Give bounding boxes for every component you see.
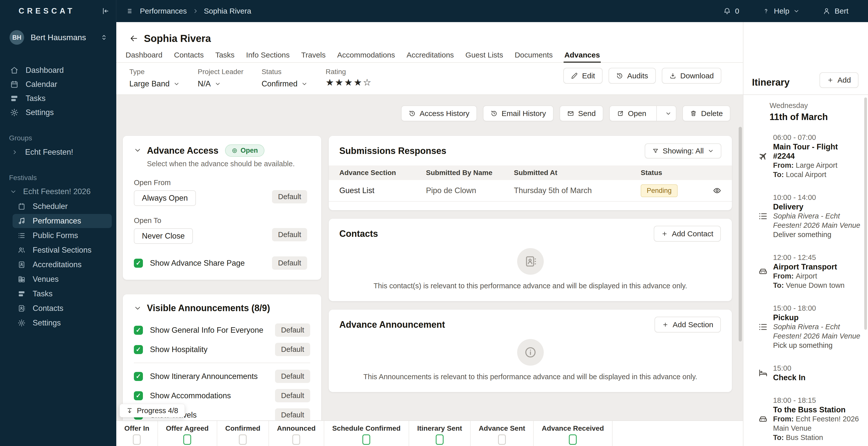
add-contact-button[interactable]: Add Contact	[654, 226, 721, 242]
itinerary-venue: Sophia Rivera - Echt Feesten! 2026 Main …	[773, 322, 861, 341]
collapse-section-icon[interactable]	[134, 147, 142, 154]
itinerary-event-title: Check In	[773, 373, 805, 382]
email-history-button[interactable]: Email History	[483, 105, 554, 121]
announcement-checkbox[interactable]	[134, 345, 143, 354]
add-section-button[interactable]: Add Section	[654, 317, 721, 332]
performance-status-bar: Offer In Offer Agreed Confirmed Announce…	[116, 420, 743, 446]
notifications-button[interactable]: 0	[723, 7, 739, 15]
breadcrumb-section[interactable]: Performances	[140, 7, 187, 15]
status-checkbox[interactable]	[436, 435, 443, 445]
itinerary-item[interactable]: 15:00 - 18:00 Pickup Sophia Rivera - Ech…	[757, 304, 861, 350]
tasks-icon	[18, 290, 26, 298]
showing-filter-dropdown[interactable]: Showing: All	[645, 144, 721, 158]
tab[interactable]: Dashboard	[125, 47, 163, 63]
user-menu[interactable]: Bert	[823, 7, 848, 15]
person-icon	[823, 7, 831, 15]
status-checkbox[interactable]	[239, 435, 247, 445]
sidebar-item[interactable]: Public Forms	[12, 228, 112, 243]
menu-icon[interactable]	[127, 7, 134, 15]
itinerary-item[interactable]: 06:00 - 07:00 Main Tour - Flight #2244 F…	[757, 133, 861, 179]
audits-button[interactable]: Audits	[609, 68, 655, 84]
sidebar-item[interactable]: Venues	[12, 272, 112, 286]
share-page-checkbox[interactable]	[134, 259, 143, 268]
status-checkbox[interactable]	[292, 435, 300, 445]
sidebar-item[interactable]: Tasks	[12, 287, 112, 301]
download-button[interactable]: Download	[662, 68, 721, 84]
tab[interactable]: Guest Lists	[465, 47, 504, 63]
tab[interactable]: Accreditations	[406, 47, 455, 63]
sidebar-item[interactable]: Calendar	[0, 77, 116, 91]
progress-button[interactable]: Progress 4/8	[120, 404, 185, 417]
itinerary-item[interactable]: 18:00 - 18:15 To the Buss Station From:E…	[757, 396, 861, 442]
announcement-checkbox[interactable]	[134, 372, 143, 381]
chevron-down-icon	[174, 81, 180, 87]
sidebar-festival-header[interactable]: Echt Feesten! 2026	[0, 185, 116, 198]
delete-button[interactable]: Delete	[682, 105, 731, 121]
type-dropdown[interactable]: Large Band	[129, 79, 180, 88]
sidebar-item[interactable]: Tasks	[0, 91, 116, 105]
tab-bar: Dashboard Contacts Tasks Info Sections T…	[116, 47, 743, 63]
plane-icon	[757, 151, 769, 161]
pencil-icon	[571, 72, 578, 79]
itinerary-scrollbar-thumb[interactable]	[864, 97, 867, 330]
tab[interactable]: Advances	[564, 47, 601, 63]
chevron-right-icon	[192, 8, 198, 14]
edit-button[interactable]: Edit	[563, 68, 602, 84]
view-submission-eye-icon[interactable]	[713, 186, 721, 195]
access-history-button[interactable]: Access History	[401, 105, 477, 121]
tab[interactable]: Info Sections	[245, 47, 290, 63]
status-checkbox[interactable]	[133, 435, 141, 445]
tab[interactable]: Accommodations	[337, 47, 396, 63]
sidebar-item[interactable]: Scheduler	[12, 199, 112, 214]
plus-icon	[662, 321, 669, 328]
status-checkbox[interactable]	[183, 435, 191, 445]
tab[interactable]: Tasks	[215, 47, 235, 63]
history-icon	[616, 72, 623, 79]
status-label: Offer In	[124, 424, 149, 433]
help-menu[interactable]: Help	[762, 7, 800, 15]
tab[interactable]: Documents	[514, 47, 554, 63]
app-logo: CRESCAT	[19, 6, 75, 15]
status-checkbox[interactable]	[498, 435, 506, 445]
sidebar-item[interactable]: Dashboard	[0, 63, 116, 77]
sidebar-item[interactable]: Accreditations	[12, 258, 112, 272]
itinerary-item[interactable]: 12:00 - 12:45 Airport Transport From:Air…	[757, 253, 861, 290]
status-checkbox[interactable]	[363, 435, 370, 445]
sidebar-item[interactable]: Performances	[12, 214, 112, 228]
itinerary-item[interactable]: 10:00 - 14:00 Delivery Sophia Rivera - E…	[757, 193, 861, 239]
back-arrow-icon[interactable]	[129, 34, 138, 43]
main-scrollbar-thumb[interactable]	[739, 127, 742, 342]
sidebar-group-echt-feesten[interactable]: Echt Feesten!	[0, 145, 116, 159]
status-dropdown[interactable]: Confirmed	[261, 79, 307, 88]
open-from-button[interactable]: Always Open	[134, 190, 196, 206]
announcement-checkbox[interactable]	[134, 326, 143, 335]
table-row[interactable]: Guest List Pipo de Clown Thursday 5th of…	[329, 180, 732, 202]
sidebar-item[interactable]: Settings	[0, 105, 116, 120]
bed-icon	[757, 368, 769, 378]
open-button[interactable]: Open	[610, 106, 652, 121]
sidebar-item[interactable]: Festival Sections	[12, 243, 112, 257]
default-pill: Default	[275, 389, 310, 402]
user-switcher[interactable]: BH Bert Hausmans	[0, 22, 116, 45]
star-icon[interactable]: ★	[326, 78, 334, 87]
status-checkbox[interactable]	[569, 435, 577, 445]
sidebar-item[interactable]: Contacts	[12, 301, 112, 315]
open-menu-caret[interactable]	[661, 110, 676, 117]
empty-state-text: This contact(s) is relevant to this perf…	[373, 282, 687, 290]
itinerary-item[interactable]: 15:00 Check In	[757, 363, 861, 382]
send-button[interactable]: Send	[560, 105, 603, 121]
contact-card-icon	[524, 255, 537, 268]
tab[interactable]: Contacts	[173, 47, 205, 63]
add-itinerary-button[interactable]: Add	[819, 72, 859, 88]
sidebar-collapse-icon[interactable]	[101, 7, 110, 15]
announcement-checkbox[interactable]	[134, 391, 143, 400]
star-icon[interactable]: ★	[353, 78, 362, 87]
open-to-button[interactable]: Never Close	[134, 228, 193, 244]
project-leader-dropdown[interactable]: N/A	[198, 79, 243, 88]
sidebar-item[interactable]: Settings	[12, 316, 112, 330]
collapse-section-icon[interactable]	[134, 305, 142, 312]
tab[interactable]: Travels	[300, 47, 326, 63]
star-icon[interactable]: ★	[335, 78, 343, 87]
star-icon[interactable]: ☆	[363, 78, 371, 87]
star-icon[interactable]: ★	[344, 78, 352, 87]
